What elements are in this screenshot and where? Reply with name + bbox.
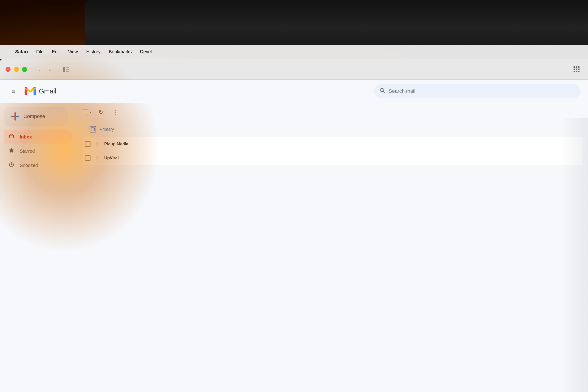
svg-rect-8 xyxy=(576,68,578,70)
hamburger-icon: ≡ xyxy=(12,88,15,95)
hamburger-menu-button[interactable]: ≡ xyxy=(7,85,19,97)
svg-rect-7 xyxy=(574,68,575,70)
gmail-app-title: Gmail xyxy=(39,87,56,95)
svg-rect-9 xyxy=(578,68,580,70)
background-glow xyxy=(0,46,161,252)
svg-rect-11 xyxy=(576,71,578,72)
svg-line-19 xyxy=(383,92,385,93)
svg-rect-4 xyxy=(574,66,575,68)
svg-rect-10 xyxy=(574,71,575,72)
laptop-bezel xyxy=(85,0,588,45)
svg-rect-12 xyxy=(578,71,580,72)
search-bar[interactable]: Search mail xyxy=(374,84,581,98)
grid-view-button[interactable] xyxy=(570,64,582,74)
svg-rect-6 xyxy=(578,66,580,68)
gmail-m-icon xyxy=(24,86,36,96)
gmail-logo: Gmail xyxy=(24,86,56,96)
gmail-header: ≡ xyxy=(0,80,588,103)
search-placeholder-text: Search mail xyxy=(389,88,415,94)
search-icon xyxy=(380,88,385,94)
search-bar-wrapper: Search mail xyxy=(374,84,581,98)
svg-rect-5 xyxy=(576,66,578,68)
